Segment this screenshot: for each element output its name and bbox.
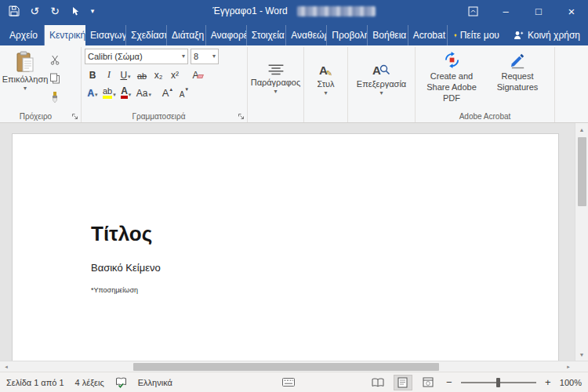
italic-button[interactable]: I (101, 67, 117, 82)
zoom-slider-thumb[interactable] (496, 378, 500, 387)
scrollbar-corner (575, 361, 588, 372)
font-size-value: 8 (194, 52, 198, 61)
close-button[interactable]: × (555, 0, 588, 22)
page-indicator[interactable]: Σελίδα 1 από 1 (6, 378, 64, 387)
document-page[interactable]: Τίτλος Βασικό Κείμενο *Υποσημείωση (12, 133, 559, 361)
request-signatures-button[interactable]: Request Signatures (485, 49, 550, 110)
tab-review[interactable]: Αναθεώρηση (286, 25, 327, 45)
tab-insert[interactable]: Εισαγωγή (85, 25, 126, 45)
scroll-right-button[interactable]: ▸ (562, 361, 575, 372)
tab-design[interactable]: Σχεδίαση (126, 25, 167, 45)
bold-button[interactable]: B (85, 67, 100, 82)
styles-icon: A ✎ (319, 62, 332, 78)
share-button[interactable]: Κοινή χρήση (506, 25, 588, 45)
chevron-down-icon: ▾ (182, 53, 185, 60)
tab-references[interactable]: Αναφορές (206, 25, 247, 45)
chevron-down-icon: ▾ (212, 53, 216, 60)
document-footnote-text[interactable]: *Υποσημείωση (91, 286, 558, 294)
scroll-down-icon: ▼ (579, 352, 585, 358)
document-body-text[interactable]: Βασικό Κείμενο (91, 262, 558, 274)
editing-group: A Επεξεργασία ▾ (348, 47, 416, 122)
font-dialog-launcher[interactable] (237, 112, 245, 121)
highlight-color-button[interactable]: ab ▾ (101, 85, 118, 100)
scroll-left-button[interactable]: ◂ (0, 361, 13, 372)
tab-acrobat[interactable]: Acrobat (408, 25, 448, 45)
redo-button[interactable]: ↻ (45, 2, 64, 20)
share-label: Κοινή χρήση (528, 30, 580, 41)
font-combo-row: Calibri (Σώμα) ▾ 8 ▾ (85, 49, 244, 64)
underline-button[interactable]: U ▾ (118, 67, 133, 82)
zoom-slider[interactable] (461, 378, 536, 387)
status-right-group: − + 100% (368, 375, 582, 390)
proofing-status[interactable] (115, 377, 127, 388)
zoom-out-button[interactable]: − (444, 376, 455, 388)
web-layout-button[interactable] (419, 375, 437, 390)
cut-button[interactable] (45, 51, 64, 68)
request-signatures-icon (509, 51, 527, 69)
tab-home[interactable]: Κεντρική (45, 25, 85, 45)
scroll-up-button[interactable]: ▲ (575, 123, 588, 136)
print-layout-icon (397, 377, 408, 388)
tab-file[interactable]: Αρχείο (0, 25, 45, 45)
scroll-down-button[interactable]: ▼ (575, 348, 588, 361)
tab-view[interactable]: Προβολή (327, 25, 368, 45)
request-signatures-label: Request Signatures (486, 71, 549, 93)
clear-formatting-button[interactable]: A (190, 67, 205, 82)
redacted-account-name (297, 6, 376, 16)
format-painter-button[interactable] (45, 89, 64, 106)
scroll-left-icon: ◂ (5, 364, 8, 370)
ribbon: Επικόλληση ▾ (0, 45, 588, 123)
paragraph-menu-button[interactable]: Παράγραφος ▾ (251, 49, 300, 110)
paste-button[interactable]: Επικόλληση ▾ (5, 49, 45, 110)
superscript-button[interactable]: x² (167, 67, 183, 82)
chevron-down-icon: ▾ (95, 92, 98, 99)
tell-me-box[interactable]: Πείτε μου (448, 25, 506, 45)
zoom-in-button[interactable]: + (543, 376, 554, 388)
font-name-combobox[interactable]: Calibri (Σώμα) ▾ (85, 49, 188, 64)
read-mode-button[interactable] (368, 375, 387, 390)
vertical-scrollbar-thumb[interactable] (578, 137, 586, 206)
strikethrough-button[interactable]: ab (134, 67, 150, 82)
text-effects-button[interactable]: A ▾ (85, 85, 100, 100)
font-buttons-row-2: A ▾ ab ▾ A ▾ Aa ▾ A ▲ (85, 85, 244, 100)
print-layout-button[interactable] (394, 375, 412, 390)
word-count[interactable]: 4 λέξεις (75, 378, 104, 387)
paragraph-label: Παράγραφος (251, 78, 301, 87)
font-color-button[interactable]: A ▾ (118, 85, 134, 100)
font-group-label: Γραμματοσειρά (82, 112, 236, 121)
change-case-button[interactable]: Aa ▾ (135, 85, 153, 100)
chevron-down-icon: ▾ (24, 85, 27, 92)
redo-icon: ↻ (50, 5, 60, 17)
subscript-button[interactable]: x₂ (151, 67, 166, 82)
horizontal-scrollbar[interactable]: ◂ ▸ (0, 361, 588, 372)
zoom-level[interactable]: 100% (560, 378, 582, 387)
document-title-text[interactable]: Τίτλος (91, 222, 558, 246)
customize-qat-button[interactable]: ▾ (86, 2, 99, 20)
maximize-button[interactable]: □ (522, 0, 555, 22)
ribbon-display-options-button[interactable] (456, 0, 489, 22)
copy-button[interactable] (45, 70, 64, 87)
tab-help[interactable]: Βοήθεια (368, 25, 408, 45)
vertical-scrollbar[interactable]: ▲ ▼ (575, 123, 588, 361)
touch-mouse-mode-icon (71, 6, 80, 16)
undo-icon: ↺ (30, 5, 39, 17)
read-mode-icon (372, 378, 384, 387)
scissors-icon (50, 55, 60, 65)
language-indicator[interactable]: Ελληνικά (138, 378, 172, 387)
clipboard-dialog-launcher[interactable] (71, 112, 79, 121)
create-share-pdf-button[interactable]: Create and Share Adobe PDF (419, 49, 485, 110)
shrink-font-button[interactable]: A ▼ (176, 85, 192, 100)
save-button[interactable] (5, 2, 24, 20)
editing-menu-button[interactable]: A Επεξεργασία ▾ (351, 49, 412, 110)
grow-font-button[interactable]: A ▲ (160, 85, 176, 100)
tab-mailings[interactable]: Στοιχεία (247, 25, 287, 45)
horizontal-scrollbar-thumb[interactable] (133, 363, 439, 371)
font-size-combobox[interactable]: 8 ▾ (191, 49, 219, 64)
styles-menu-button[interactable]: A ✎ Στυλ ▾ (307, 49, 344, 110)
adobe-acrobat-group-label: Adobe Acrobat (416, 112, 554, 121)
touch-mouse-mode-button[interactable] (66, 2, 85, 20)
undo-button[interactable]: ↺ (25, 2, 44, 20)
tab-layout[interactable]: Διάταξη (167, 25, 206, 45)
keyboard-indicator[interactable] (282, 378, 295, 388)
minimize-button[interactable]: – (489, 0, 522, 22)
